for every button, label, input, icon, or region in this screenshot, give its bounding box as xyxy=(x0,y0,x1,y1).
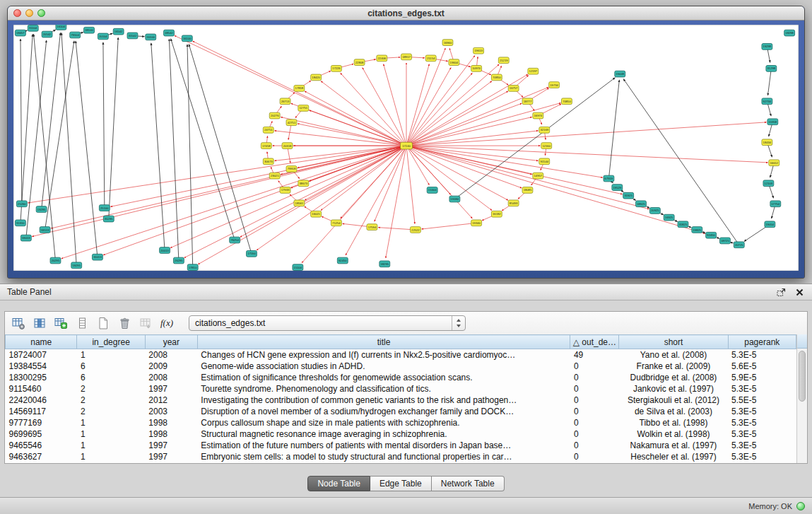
graph-node-label: 15104 xyxy=(294,266,302,269)
graph-node-label: 79918 xyxy=(288,168,296,171)
table-tabs: Node Table Edge Table Network Table xyxy=(0,476,812,491)
graph-edge xyxy=(169,39,179,260)
cell: 9115460 xyxy=(6,383,77,395)
table-row[interactable]: 969969511998Structural magnetic resonanc… xyxy=(6,428,796,440)
function-icon-label: f(x) xyxy=(160,317,173,329)
graph-node-label: 16960 xyxy=(444,41,452,45)
graph-node-label: 16974 xyxy=(534,114,543,117)
cell: Tibbo et al. (1998) xyxy=(619,417,728,428)
scrollbar-thumb[interactable] xyxy=(799,351,806,402)
cell: 0 xyxy=(570,406,619,417)
graph-node-label: 74850 xyxy=(563,100,571,103)
zoom-window-icon[interactable] xyxy=(37,9,45,17)
graph-node-label: 12197 xyxy=(529,69,538,73)
graph-edge xyxy=(378,228,416,230)
graph-node-label: 18925 xyxy=(637,202,645,206)
graph-node-label: 19340 xyxy=(472,221,481,225)
graph-node-label: 18100 xyxy=(85,28,93,32)
table-mode-icon[interactable] xyxy=(11,315,26,331)
tab-edge-table[interactable]: Edge Table xyxy=(370,476,432,491)
graph-node-label: 23021 xyxy=(271,174,279,177)
column-header-pagerank[interactable]: pagerank xyxy=(728,335,796,349)
graph-node-label: 19734 xyxy=(550,83,558,87)
cell: 2008 xyxy=(145,372,197,383)
table-row[interactable]: 1830029562008Estimation of significance … xyxy=(6,372,796,383)
table-row[interactable]: 911546021997Tourette syndrome. Phenomeno… xyxy=(6,383,796,395)
column-header-name[interactable]: name xyxy=(6,335,77,349)
memory-ok-icon xyxy=(796,502,805,510)
graph-edge xyxy=(20,39,22,204)
cell: 1 xyxy=(77,349,145,361)
cell: Stergiakouli et al. (2012) xyxy=(619,395,728,406)
graph-node-label: 15344 xyxy=(428,189,437,192)
cell: 5.3E-5 xyxy=(728,451,796,462)
graph-node-label: 25100 xyxy=(100,206,109,210)
network-window: citations_edges.txt 17240189172115419604… xyxy=(7,6,805,279)
table-row[interactable]: 1872400712008Changes of HCN gene express… xyxy=(6,349,796,361)
function-icon[interactable]: f(x) xyxy=(159,315,175,331)
new-document-icon[interactable] xyxy=(95,315,111,331)
column-header-year[interactable]: year xyxy=(145,335,197,349)
graph-node-label: 31013 xyxy=(93,255,102,259)
table-scrollbar[interactable] xyxy=(796,334,807,463)
graph-node-label: 18457 xyxy=(16,31,25,35)
close-window-icon[interactable] xyxy=(13,9,21,17)
graph-node-label: 59013 xyxy=(22,236,30,240)
cell: 0 xyxy=(570,417,619,428)
graph-node-label: 85493 xyxy=(510,201,518,205)
graph-node-label: 16100 xyxy=(183,37,192,40)
rows-icon[interactable] xyxy=(74,315,90,331)
graph-edge xyxy=(76,41,98,257)
edit-table-icon[interactable] xyxy=(53,315,69,331)
minimize-window-icon[interactable] xyxy=(25,9,33,17)
graph-node-label: 30673 xyxy=(264,160,273,163)
cell: 0 xyxy=(570,428,619,440)
application-desktop: citations_edges.txt 17240189172115419604… xyxy=(0,0,812,514)
graph-edge xyxy=(454,78,615,199)
graph-node-label: 92450 xyxy=(707,233,715,237)
graph-edge xyxy=(61,33,76,266)
column-header-short[interactable]: short xyxy=(619,335,728,349)
table-row[interactable]: 946362711997Embryonic stem cells: a mode… xyxy=(6,451,796,462)
delete-icon[interactable] xyxy=(117,315,132,331)
cell: 18300295 xyxy=(6,372,77,383)
graph-node-label: 20276 xyxy=(271,114,279,117)
graph-node-label: 31298 xyxy=(767,66,776,70)
graph-edge xyxy=(20,35,33,223)
tab-network-table[interactable]: Network Table xyxy=(432,476,505,491)
import-table-icon[interactable] xyxy=(138,315,153,331)
cell: Structural magnetic resonance image aver… xyxy=(197,428,570,440)
graph-node-label: 31310 xyxy=(16,221,25,225)
window-titlebar[interactable]: citations_edges.txt xyxy=(8,6,804,21)
table-row[interactable]: 1456911722003Disruption of a novel membe… xyxy=(6,406,796,417)
select-columns-icon[interactable] xyxy=(32,315,47,331)
column-header-out_de[interactable]: △ out_de… xyxy=(570,335,619,349)
column-header-title[interactable]: title xyxy=(197,335,570,349)
table-row[interactable]: 977716911998Corpus callosum shape and si… xyxy=(6,417,796,428)
graph-edge xyxy=(422,223,476,229)
cell: Nakamura et al. (1997) xyxy=(619,440,728,451)
graph-node-label: 31925 xyxy=(624,194,632,197)
float-window-icon[interactable] xyxy=(775,286,787,298)
graph-node-label: 10974 xyxy=(472,66,481,70)
cell: 5.9E-5 xyxy=(728,372,796,383)
cell: 5.3E-5 xyxy=(728,440,796,451)
graph-node-label: 17754 xyxy=(772,202,780,206)
graph-node-label: 42751 xyxy=(288,121,296,124)
network-canvas[interactable]: 1724018917211541960410974748501675718777… xyxy=(13,25,799,271)
graph-node-label: 31825 xyxy=(679,223,688,226)
tab-node-table[interactable]: Node Table xyxy=(307,476,370,491)
graph-edge xyxy=(111,146,406,206)
graph-node-label: 18085 xyxy=(524,189,532,192)
cell: Estimation of significance thresholds fo… xyxy=(197,372,570,383)
table-row[interactable]: 1938455462009Genome-wide association stu… xyxy=(6,361,796,372)
close-panel-icon[interactable] xyxy=(794,286,805,298)
cell: 0 xyxy=(570,451,619,462)
graph-edge xyxy=(623,79,739,245)
column-header-in_degree[interactable]: in_degree xyxy=(77,335,145,349)
table-row[interactable]: 2242004622012Investigating the contribut… xyxy=(6,395,796,406)
table-row[interactable]: 946554611997Estimation of the future num… xyxy=(6,440,796,451)
table-selector-dropdown[interactable]: citations_edges.txt xyxy=(189,315,466,331)
graph-edge xyxy=(406,56,475,146)
graph-node-label: 16021 xyxy=(312,212,320,216)
